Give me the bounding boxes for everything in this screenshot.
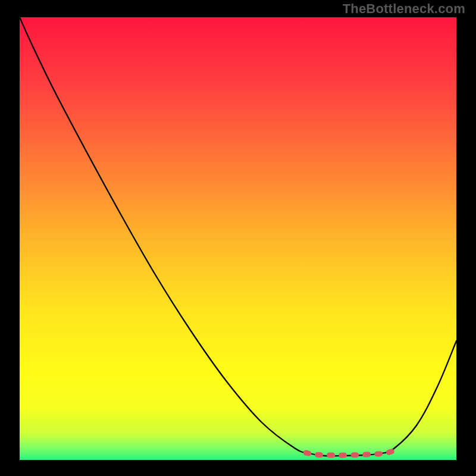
watermark-text: TheBottleneck.com (343, 1, 465, 17)
chart-container: TheBottleneck.com (0, 0, 476, 476)
bottleneck-chart (0, 0, 476, 476)
plot-background (20, 17, 456, 460)
